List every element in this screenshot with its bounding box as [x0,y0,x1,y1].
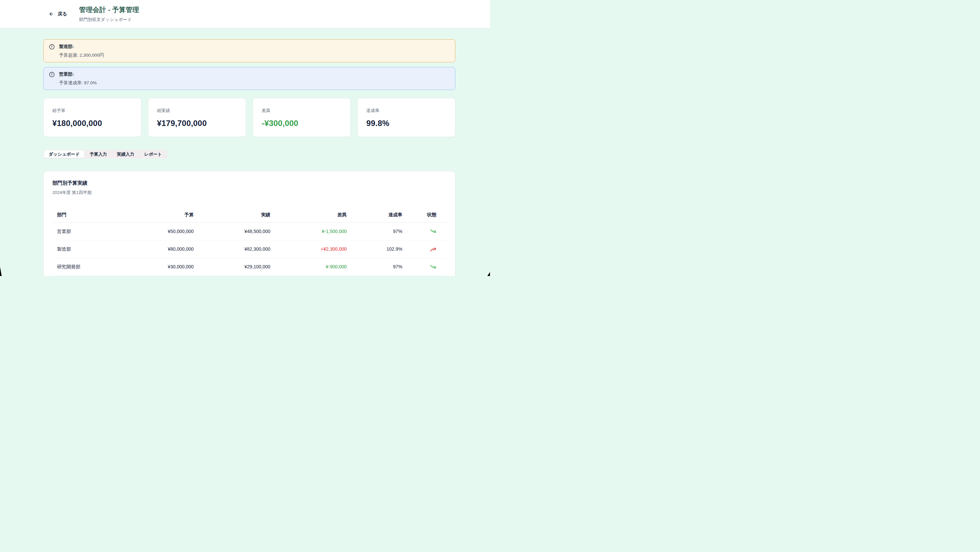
table-row: 製造部 ¥80,000,000 ¥82,300,000 +¥2,300,000 … [52,240,448,258]
cell-budget: ¥30,000,000 [119,258,198,276]
trending-up-icon [430,246,436,253]
cell-budget: ¥80,000,000 [119,240,198,258]
table-subtitle: 2024年度 第1四半期 [52,190,447,196]
cell-variance: ¥-900,000 [326,264,347,269]
back-label: 戻る [58,11,67,17]
table-row: 営業部 ¥50,000,000 ¥48,500,000 ¥-1,500,000 … [52,223,448,240]
alert-banner-warning: 製造部: 予算超過: 2,300,000円 [43,39,455,62]
summary-card-value: -¥300,000 [262,119,342,128]
summary-card-value: ¥179,700,000 [157,119,237,128]
column-header: 予算 [119,203,198,223]
tab-budget-input[interactable]: 予算入力 [85,150,112,158]
main-content: 製造部: 予算超過: 2,300,000円 営業部: 予算達成率: 97.0% … [43,39,455,276]
cursor-artifact-bottom-left [0,267,2,276]
cell-rate: 97% [352,258,407,276]
cell-department: 営業部 [52,223,119,240]
summary-card: 差異 -¥300,000 [253,98,351,137]
summary-card-label: 達成率 [366,108,446,114]
alert-circle-icon [49,44,55,51]
column-header: 部門 [52,203,119,223]
cell-department: 研究開発部 [52,258,119,276]
alert-circle-icon [49,72,55,79]
cell-budget: ¥50,000,000 [119,223,198,240]
cell-actual: ¥29,100,000 [198,258,275,276]
trending-down-icon [430,264,436,270]
cell-variance: +¥2,300,000 [321,247,347,252]
alert-title: 製造部: [59,44,104,49]
title-block: 管理会計 - 予算管理 部門別収支ダッシュボード [79,5,139,23]
summary-card: 総実績 ¥179,700,000 [148,98,246,137]
cell-actual: ¥48,500,000 [198,223,275,240]
back-button[interactable]: 戻る [49,11,67,17]
table-row: 研究開発部 ¥30,000,000 ¥29,100,000 ¥-900,000 … [52,258,448,276]
cell-department: 管理部 [52,276,119,276]
cell-rate: 102.9% [352,240,407,258]
column-header: 差異 [275,203,352,223]
cursor-artifact-bottom-right [487,272,490,276]
alert-message: 予算達成率: 97.0% [59,80,97,86]
summary-cards: 総予算 ¥180,000,000 総実績 ¥179,700,000 差異 -¥3… [43,98,455,137]
table-header-row: 部門予算実績差異達成率状態 [52,203,448,223]
tab-dashboard[interactable]: ダッシュボード [44,150,84,158]
table-row: 管理部 ¥20,000,000 ¥19,800,000 ¥-200,000 99… [52,276,448,276]
tab-report[interactable]: レポート [140,150,167,158]
cell-rate: 99% [352,276,407,276]
page-subtitle: 部門別収支ダッシュボード [79,17,139,23]
cell-budget: ¥20,000,000 [119,276,198,276]
department-table-card: 部門別予算実績 2024年度 第1四半期 部門予算実績差異達成率状態 営業部 ¥… [43,171,455,276]
column-header: 状態 [407,203,448,223]
cell-department: 製造部 [52,240,119,258]
budget-table: 部門予算実績差異達成率状態 営業部 ¥50,000,000 ¥48,500,00… [52,203,448,276]
column-header: 実績 [198,203,275,223]
summary-card-label: 差異 [262,108,342,114]
alert-message: 予算超過: 2,300,000円 [59,52,104,58]
cell-actual: ¥19,800,000 [198,276,275,276]
cell-actual: ¥82,300,000 [198,240,275,258]
tab-bar: ダッシュボード予算入力実績入力レポート [43,150,167,159]
summary-card-value: 99.8% [366,119,446,128]
summary-card-label: 総実績 [157,108,237,114]
alert-title: 営業部: [59,72,97,77]
table-title: 部門別予算実績 [52,180,447,186]
alerts-list: 製造部: 予算超過: 2,300,000円 営業部: 予算達成率: 97.0% [43,39,455,90]
summary-card-value: ¥180,000,000 [52,119,132,128]
column-header: 達成率 [352,203,407,223]
trending-down-icon [430,228,436,235]
summary-card: 総予算 ¥180,000,000 [43,98,142,137]
summary-card-label: 総予算 [52,108,132,114]
tab-actual-input[interactable]: 実績入力 [112,150,139,158]
arrow-left-icon [49,11,54,17]
alert-banner-info: 営業部: 予算達成率: 97.0% [43,67,455,90]
cell-rate: 97% [352,223,407,240]
cell-variance: ¥-1,500,000 [322,229,347,234]
page-header: 戻る 管理会計 - 予算管理 部門別収支ダッシュボード [0,0,490,28]
page-title: 管理会計 - 予算管理 [79,5,139,14]
summary-card: 達成率 99.8% [357,98,455,137]
